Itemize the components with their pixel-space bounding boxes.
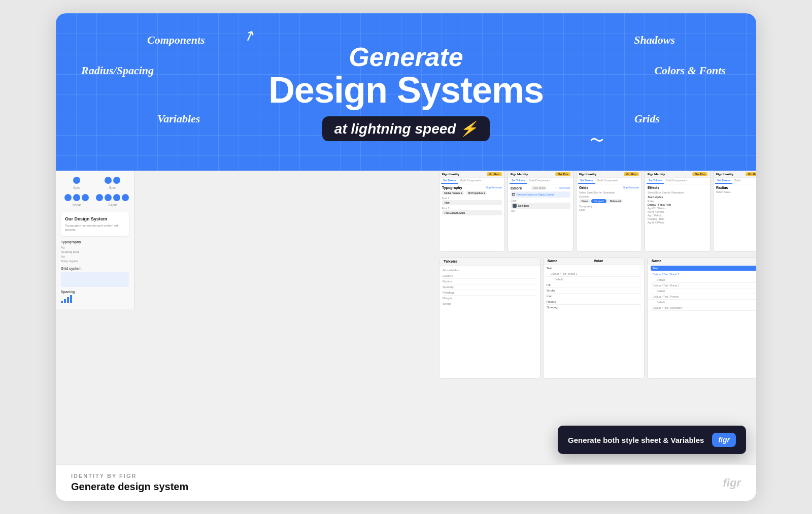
effects-plugin: Figr Identity Go Pro Set Tokens Build Co… — [645, 171, 710, 252]
left-spacing-panel: 4px 8px 16px 24px Ou — [56, 171, 134, 309]
our-design-system-card: Our Design System Typography component g… — [61, 212, 129, 236]
radius-token: Radius — [547, 300, 641, 303]
arrow-icon: ↗ — [241, 26, 258, 46]
hero-section: Components Shadows Radius/Spacing Colors… — [56, 13, 756, 171]
radius-section-title: Radius — [716, 186, 756, 189]
dot-group-24px: 24px — [96, 194, 129, 207]
colours-text-brand2: Colours / Text / Brand 2 — [551, 272, 577, 275]
colors-section-title: Colors — [511, 186, 522, 190]
bolt-icon: ⚡ — [460, 121, 478, 137]
grids-plugin: Figr Identity Go Pro Set Tokens Build Co… — [576, 171, 642, 252]
hero-label-radius: Radius/Spacing — [81, 64, 154, 77]
stroke-item: Stroke — [443, 301, 537, 306]
value-col-header: Value — [594, 259, 640, 263]
text-highlight: Text — [651, 266, 756, 271]
radius-item: Radius — [443, 279, 537, 284]
lightning-text: at lightning speed — [334, 121, 456, 137]
dot-group-16px: 16px — [61, 194, 92, 207]
name-value-panel: Name Value Text Colours / Text / Brand 2… — [543, 257, 645, 379]
all-variables-item: All variables — [443, 268, 537, 273]
hero-generate-text: Generate — [268, 43, 544, 72]
colours-item: Colours — [443, 273, 537, 279]
radius-plugin: Figr Identity Go Pro Set Tokens Build...… — [713, 171, 756, 252]
padding-item: Padding — [443, 290, 537, 296]
default-sub: Default — [555, 278, 563, 281]
spacing-token: Spacing — [547, 306, 641, 309]
toast-text: Generate both style sheet & Variables — [568, 436, 704, 444]
dot-group-8px: 8px — [96, 177, 129, 190]
hero-label-variables: Variables — [157, 112, 200, 125]
footer-page-title: Generate design system — [71, 481, 188, 493]
typography-plugin: Figr Identity Go Pro Set Tokens Build Co… — [439, 171, 505, 252]
variables-panel: Name Text Colours / Text / Brand 2 Defau… — [647, 257, 756, 379]
screenshots-band: 4px 8px 16px 24px Ou — [56, 171, 756, 464]
spacing-item: Spacing — [443, 284, 537, 290]
tokens-panel-main: Tokens All variables Colours Radius Spac… — [439, 257, 540, 379]
hero-label-components: Components — [147, 34, 205, 47]
toast-notification: Generate both style sheet & Variables fi… — [558, 426, 746, 454]
spacing-dots-grid: 4px 8px 16px 24px — [61, 177, 129, 207]
hero-label-shadows: Shadows — [634, 34, 675, 47]
dot-group-4px: 4px — [61, 177, 92, 190]
footer-brand-label: IDENTITY BY FIGR — [71, 473, 188, 479]
effects-section-title: Effects — [648, 186, 707, 189]
tokens-panel-title: Tokens — [439, 258, 540, 266]
text-token: Text — [547, 267, 641, 270]
fill-token: Fill — [547, 283, 641, 286]
content-section: 4px 8px 16px 24px Ou — [56, 171, 756, 501]
plugin-windows-area: Figr Identity Go Pro Set Tokens Build Co… — [439, 171, 756, 464]
footer-figr-logo: figr — [723, 476, 741, 490]
colors-plugin: Figr Identity Go Pro Set Tokens Build Co… — [507, 171, 573, 252]
squiggle-icon: 〜 — [590, 131, 604, 150]
name-col-header: Name — [548, 259, 594, 263]
footer-bar: IDENTITY BY FIGR Generate design system … — [56, 464, 756, 501]
hero-label-grids: Grids — [634, 112, 660, 125]
footer-left: IDENTITY BY FIGR Generate design system — [71, 473, 188, 493]
icon-token: Icon — [547, 295, 641, 298]
grids-section-title: Grids — [579, 186, 588, 189]
margin-item: Margin — [443, 296, 537, 301]
hero-text-center: Generate Design Systems at lightning spe… — [268, 43, 544, 141]
typography-section-title: Typography — [442, 186, 462, 189]
hero-label-colors-fonts: Colors & Fonts — [654, 64, 726, 77]
variables-name-header: Name — [652, 259, 756, 263]
stroke-token: Stroke — [547, 289, 641, 292]
toast-logo: figr — [712, 433, 736, 447]
hero-design-systems-text: Design Systems — [268, 72, 544, 108]
hero-lightning-badge: at lightning speed ⚡ — [322, 116, 490, 141]
main-card: Components Shadows Radius/Spacing Colors… — [56, 13, 756, 501]
